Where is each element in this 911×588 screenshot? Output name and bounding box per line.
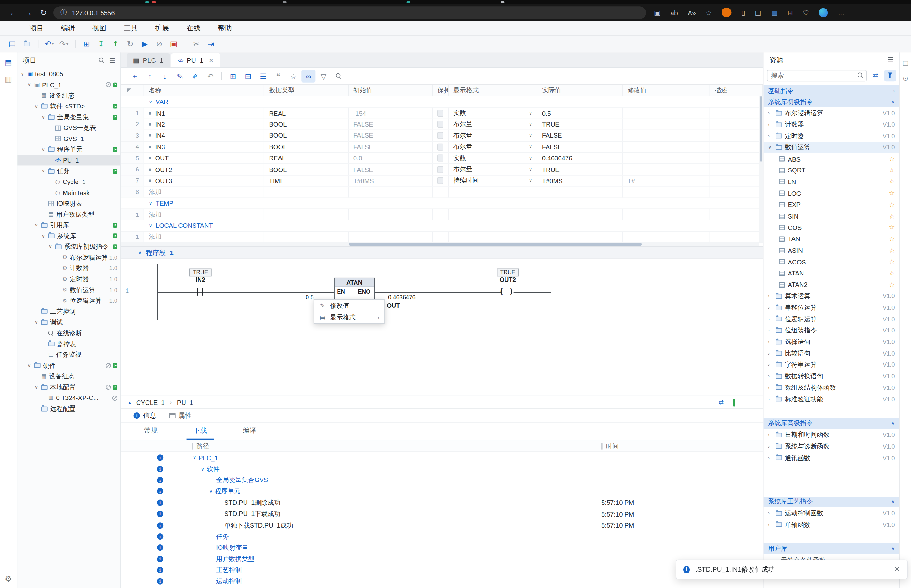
subtab-download[interactable]: 下载 <box>187 423 214 439</box>
network-header[interactable]: ∨ 程序段 1 <box>121 246 763 259</box>
horizontal-scrollbar[interactable] <box>121 242 759 246</box>
chevron-right-icon[interactable]: › <box>768 339 773 345</box>
favorite-star-icon[interactable]: ☆ <box>889 281 895 289</box>
favorite-star-icon[interactable]: ☆ <box>889 178 895 186</box>
coil-symbol[interactable]: ( ) <box>500 286 515 296</box>
chevron-right-icon[interactable]: › <box>768 511 773 516</box>
resource-function-item[interactable]: ABS☆ <box>763 153 899 165</box>
log-row[interactable]: i运动控制 <box>121 576 763 587</box>
var-type-cell[interactable]: TIME <box>265 175 349 186</box>
retain-checkbox[interactable] <box>438 121 443 128</box>
var-type-cell[interactable]: REAL <box>265 153 349 163</box>
var-modify-cell[interactable] <box>623 209 710 220</box>
var-type-cell[interactable] <box>265 187 349 197</box>
block-output-label[interactable]: OUT <box>387 302 400 309</box>
monitor-values-icon[interactable]: ∞ <box>302 69 315 82</box>
resource-folder-item[interactable]: ›标准验证功能V1.0 <box>763 394 899 405</box>
chevron-right-icon[interactable]: › <box>768 385 773 390</box>
chevron-down-icon[interactable]: ∨ <box>34 384 39 390</box>
chevron-right-icon[interactable]: › <box>768 351 773 356</box>
vertical-scrollbar[interactable] <box>759 97 763 242</box>
edit-confirm-icon[interactable]: ✎ <box>173 69 187 82</box>
log-row[interactable]: i全局变量集合GVS <box>121 475 763 486</box>
tree-item[interactable]: ◷Cycle_1 <box>18 176 120 187</box>
tab-favicon[interactable] <box>283 1 286 3</box>
var-init-cell[interactable]: 0.0 <box>349 153 433 163</box>
tree-item[interactable]: 监控表 <box>18 339 120 349</box>
retain-checkbox[interactable] <box>438 110 443 116</box>
subtab-general[interactable]: 常规 <box>137 423 164 439</box>
tree-item[interactable]: ⚙定时器1.0 <box>18 274 120 285</box>
menu-item[interactable]: 在线 <box>178 21 209 36</box>
split-screen-icon[interactable]: ▥ <box>771 8 777 17</box>
online-monitor-icon[interactable]: ▶ <box>138 37 151 50</box>
tree-item[interactable]: ⚙数值运算1.0 <box>18 285 120 296</box>
resource-function-item[interactable]: EXP☆ <box>763 199 899 210</box>
var-modify-cell[interactable] <box>623 108 710 119</box>
tree-item[interactable]: GVS一览表 <box>18 123 120 133</box>
close-icon[interactable]: ✕ <box>209 57 213 64</box>
tab-favicon[interactable] <box>145 1 149 3</box>
var-group-row[interactable]: ∨LOCAL CONSTANT <box>121 220 763 232</box>
chevron-down-icon[interactable]: ∨ <box>529 156 532 161</box>
resource-folder-item[interactable]: ∨数值运算V1.0 <box>763 142 899 153</box>
log-row[interactable]: i任务 <box>121 531 763 542</box>
favorite-star-icon[interactable]: ☆ <box>889 224 895 231</box>
browser-tab-strip[interactable] <box>0 0 911 4</box>
var-type-cell[interactable]: BOOL <box>265 130 349 141</box>
contact-symbol[interactable] <box>197 288 198 296</box>
chevron-down-icon[interactable]: ∨ <box>892 421 895 426</box>
read-aloud-icon[interactable]: A» <box>688 9 696 16</box>
section-header[interactable]: 系统库高级指令∨ <box>763 418 899 428</box>
copilot-icon[interactable] <box>819 8 828 17</box>
tree-item[interactable]: ∨程序单元 <box>18 144 120 155</box>
resource-function-item[interactable]: ATAN☆ <box>763 268 899 279</box>
chevron-down-icon[interactable]: ∨ <box>41 147 46 152</box>
var-init-cell[interactable] <box>349 187 433 197</box>
tree-item[interactable]: ▦设备组态 <box>18 90 120 101</box>
editor-tab[interactable]: ▤PLC_1 <box>126 53 170 67</box>
panel-toggle-icon[interactable]: ▤ <box>903 59 908 67</box>
log-row[interactable]: iSTD.PU_1下载成功5:57:10 PM <box>121 508 763 520</box>
cut-icon[interactable]: ✂ <box>190 37 203 50</box>
tree-item[interactable]: GVS_1 <box>18 134 120 144</box>
add-variable-icon[interactable]: + <box>128 69 142 82</box>
favorite-star-icon[interactable]: ☆ <box>889 258 895 266</box>
tree-item[interactable]: ∨全局变量集 <box>18 111 120 123</box>
page-actions-icon[interactable]: ▣ <box>654 8 661 17</box>
translate-icon[interactable]: ab <box>670 9 678 16</box>
expand-collapse-icon[interactable]: ⇄ <box>870 69 882 81</box>
var-init-cell[interactable]: FALSE <box>349 119 433 130</box>
var-format-cell[interactable]: 布尔量∨ <box>449 119 538 130</box>
chevron-down-icon[interactable]: ∨ <box>768 145 773 150</box>
search-input[interactable] <box>771 72 863 79</box>
var-type-cell[interactable]: BOOL <box>265 119 349 130</box>
retain-checkbox[interactable] <box>438 166 443 173</box>
profile-avatar[interactable] <box>722 8 731 18</box>
chevron-down-icon[interactable]: ∨ <box>19 71 25 77</box>
back-icon[interactable]: ← <box>6 6 21 19</box>
var-row[interactable]: 1添加 <box>121 209 763 220</box>
var-desc-cell[interactable] <box>710 130 762 141</box>
editor-tab[interactable]: </>PU_1✕ <box>171 53 220 67</box>
chevron-right-icon[interactable]: › <box>768 294 773 299</box>
var-desc-cell[interactable] <box>710 153 762 163</box>
resource-function-item[interactable]: ATAN2☆ <box>763 279 899 290</box>
resource-folder-item[interactable]: ›通讯函数V1.0 <box>763 452 899 464</box>
var-name-cell[interactable]: IN2 <box>144 119 265 130</box>
var-row[interactable]: 7OUT3TIMET#0MS持续时间∨T#0MST# <box>121 175 763 187</box>
var-name-cell[interactable]: IN3 <box>144 141 265 152</box>
resource-folder-item[interactable]: ›选择语句V1.0 <box>763 336 899 347</box>
chevron-right-icon[interactable]: › <box>768 305 773 310</box>
resource-folder-item[interactable]: ›位组装指令V1.0 <box>763 325 899 336</box>
chevron-right-icon[interactable]: › <box>768 373 773 379</box>
comment-icon[interactable]: ❝ <box>271 69 285 82</box>
chevron-down-icon[interactable]: ∨ <box>201 466 204 472</box>
favorite-star-icon[interactable]: ☆ <box>889 155 895 163</box>
var-desc-cell[interactable] <box>710 119 762 130</box>
insert-network-icon[interactable]: ⊞ <box>226 69 240 82</box>
resource-function-item[interactable]: SIN☆ <box>763 210 899 222</box>
log-row[interactable]: i∨软件 <box>121 464 763 475</box>
var-name-cell[interactable]: 添加 <box>144 209 265 220</box>
move-up-icon[interactable]: ↑ <box>143 69 157 82</box>
